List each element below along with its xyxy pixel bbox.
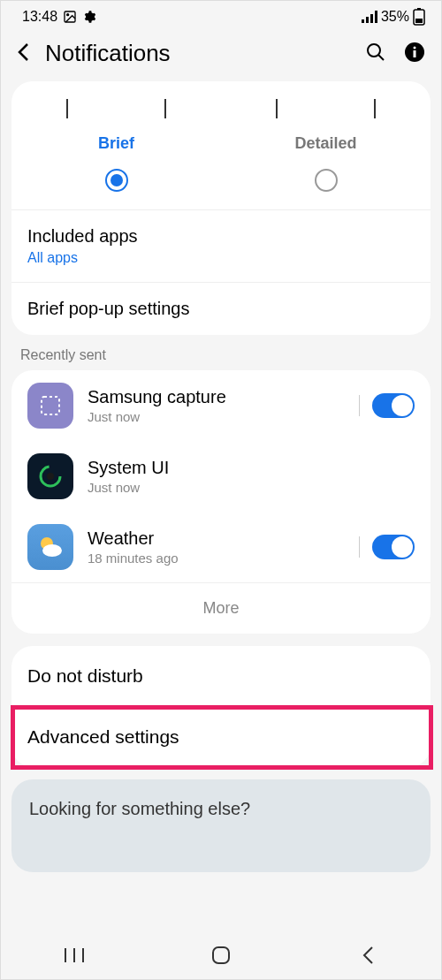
svg-rect-2	[362, 19, 364, 23]
radio-detailed[interactable]	[315, 169, 338, 192]
home-button[interactable]	[209, 943, 233, 968]
app-time: Just now	[88, 409, 345, 424]
image-icon	[63, 10, 77, 24]
toggle-samsung-capture[interactable]	[372, 393, 415, 418]
svg-point-15	[47, 473, 54, 480]
svg-point-1	[67, 14, 69, 16]
svg-rect-5	[375, 11, 377, 23]
app-icon-capture	[27, 383, 73, 429]
svg-point-9	[368, 44, 380, 57]
status-time: 13:48	[22, 9, 57, 25]
notification-style-card: Brief Detailed Included apps All apps Br…	[11, 81, 431, 335]
battery-icon	[413, 8, 425, 26]
svg-rect-4	[370, 14, 373, 23]
svg-rect-8	[417, 8, 421, 10]
svg-rect-13	[42, 397, 59, 414]
style-brief-label: Brief	[98, 134, 134, 153]
svg-rect-12	[414, 50, 416, 57]
app-name: System UI	[88, 458, 415, 478]
do-not-disturb-row[interactable]: Do not disturb	[11, 646, 431, 706]
app-row-weather[interactable]: Weather 18 minutes ago	[11, 512, 431, 582]
status-bar: 13:48 35%	[1, 1, 441, 29]
app-time: Just now	[88, 480, 415, 495]
svg-rect-3	[366, 17, 369, 23]
included-apps-title: Included apps	[27, 226, 415, 247]
footer-text: Looking for something else?	[29, 799, 250, 818]
style-detailed-label: Detailed	[294, 134, 356, 153]
style-option-detailed[interactable]: Detailed	[221, 88, 431, 209]
more-button[interactable]: More	[11, 582, 431, 634]
svg-point-17	[42, 544, 62, 557]
app-row-samsung-capture[interactable]: Samsung capture Just now	[11, 370, 431, 441]
info-icon[interactable]	[404, 42, 425, 66]
settings-card: Do not disturb Advanced settings	[11, 646, 431, 767]
app-icon-systemui	[27, 453, 73, 499]
recents-button[interactable]	[62, 943, 87, 968]
signal-icon	[362, 11, 377, 23]
svg-point-11	[414, 46, 416, 49]
included-apps-subtitle: All apps	[27, 250, 415, 266]
app-icon-weather	[27, 524, 73, 570]
recently-sent-label: Recently sent	[1, 347, 441, 370]
app-name: Samsung capture	[88, 387, 345, 407]
app-name: Weather	[88, 528, 345, 549]
svg-rect-7	[415, 19, 423, 23]
app-time: 18 minutes ago	[88, 551, 345, 566]
app-row-system-ui[interactable]: System UI Just now	[11, 441, 431, 512]
brief-popup-title: Brief pop-up settings	[27, 299, 415, 319]
style-preview: Brief Detailed	[11, 81, 431, 209]
style-option-brief[interactable]: Brief	[11, 88, 221, 209]
back-nav-button[interactable]	[355, 943, 380, 968]
advanced-settings-row[interactable]: Advanced settings	[11, 706, 431, 767]
app-header: Notifications	[1, 29, 441, 81]
included-apps-row[interactable]: Included apps All apps	[11, 209, 431, 282]
back-button[interactable]	[17, 42, 29, 65]
search-icon[interactable]	[365, 42, 386, 66]
navigation-bar	[1, 931, 441, 979]
gear-icon	[82, 10, 96, 24]
recently-sent-card: Samsung capture Just now System UI Just …	[11, 370, 431, 634]
brief-popup-row[interactable]: Brief pop-up settings	[11, 282, 431, 335]
radio-brief[interactable]	[105, 169, 128, 192]
svg-rect-21	[213, 947, 229, 963]
toggle-weather[interactable]	[372, 535, 415, 559]
page-title: Notifications	[45, 40, 349, 67]
looking-for-card[interactable]: Looking for something else?	[11, 779, 431, 872]
battery-text: 35%	[381, 9, 409, 25]
